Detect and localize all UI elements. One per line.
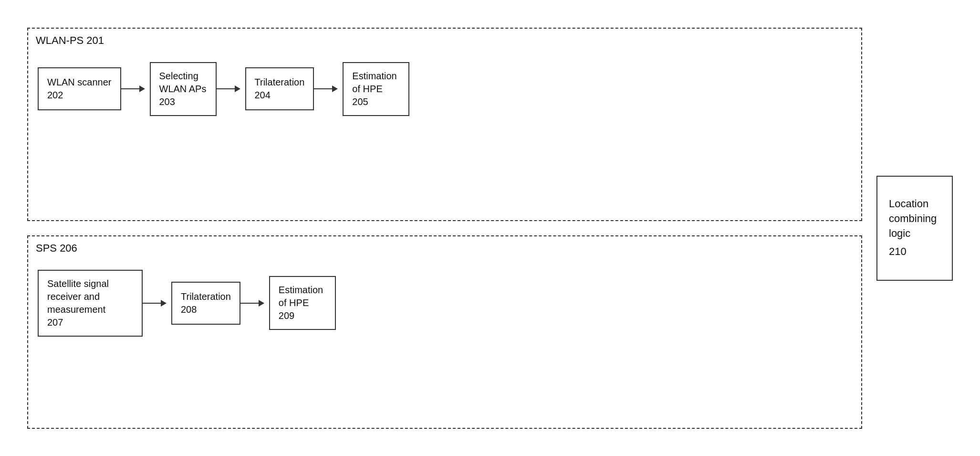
arrow-3 <box>314 85 343 92</box>
trilateration-204-line2: 204 <box>255 89 271 102</box>
estimation-205-line1: Estimation <box>352 70 396 83</box>
location-number: 210 <box>889 244 907 259</box>
right-section: Location combining logic 210 <box>876 28 953 429</box>
selecting-wlan-line2: WLAN APs <box>159 83 207 95</box>
wlan-ps-box: WLAN-PS 201 WLAN scanner 202 Selecting W… <box>27 28 862 221</box>
wlan-ps-label: WLAN-PS 201 <box>36 34 104 47</box>
wlan-scanner-line2: 202 <box>47 89 63 102</box>
sps-label: SPS 206 <box>36 242 77 255</box>
estimation-205-line2: of HPE <box>352 83 382 95</box>
location-line1: Location <box>889 197 928 212</box>
arrow-1 <box>121 85 150 92</box>
wlan-scanner-line1: WLAN scanner <box>47 76 112 89</box>
arrow-4 <box>143 300 171 307</box>
estimation-205-line3: 205 <box>352 95 368 108</box>
estimation-209-box: Estimation of HPE 209 <box>269 276 336 330</box>
arrow-2 <box>217 85 245 92</box>
estimation-209-line3: 209 <box>279 309 294 322</box>
selecting-wlan-line3: 203 <box>159 95 175 108</box>
trilateration-208-line2: 208 <box>181 303 197 316</box>
location-line2: combining <box>889 212 937 226</box>
trilateration-208-box: Trilateration 208 <box>171 282 240 325</box>
satellite-line4: 207 <box>47 316 63 329</box>
left-section: WLAN-PS 201 WLAN scanner 202 Selecting W… <box>27 28 862 429</box>
sps-box: SPS 206 Satellite signal receiver and me… <box>27 235 862 429</box>
satellite-receiver-box: Satellite signal receiver and measuremen… <box>38 270 143 337</box>
location-combining-box: Location combining logic 210 <box>876 176 953 281</box>
trilateration-204-box: Trilateration 204 <box>245 67 314 110</box>
estimation-209-line1: Estimation <box>279 284 323 297</box>
arrow-5 <box>240 300 269 307</box>
selecting-wlan-line1: Selecting <box>159 70 198 83</box>
wlan-ps-flow: WLAN scanner 202 Selecting WLAN APs 203 <box>38 62 852 116</box>
wlan-scanner-box: WLAN scanner 202 <box>38 67 121 110</box>
estimation-209-line2: of HPE <box>279 297 309 309</box>
trilateration-204-line1: Trilateration <box>255 76 305 89</box>
satellite-line2: receiver and <box>47 290 100 303</box>
sps-flow: Satellite signal receiver and measuremen… <box>38 270 852 337</box>
trilateration-208-line1: Trilateration <box>181 290 231 303</box>
selecting-wlan-box: Selecting WLAN APs 203 <box>150 62 217 116</box>
estimation-205-box: Estimation of HPE 205 <box>343 62 409 116</box>
satellite-line3: measurement <box>47 303 105 316</box>
location-line3: logic <box>889 226 910 241</box>
diagram-container: WLAN-PS 201 WLAN scanner 202 Selecting W… <box>18 18 962 438</box>
satellite-line1: Satellite signal <box>47 277 109 290</box>
